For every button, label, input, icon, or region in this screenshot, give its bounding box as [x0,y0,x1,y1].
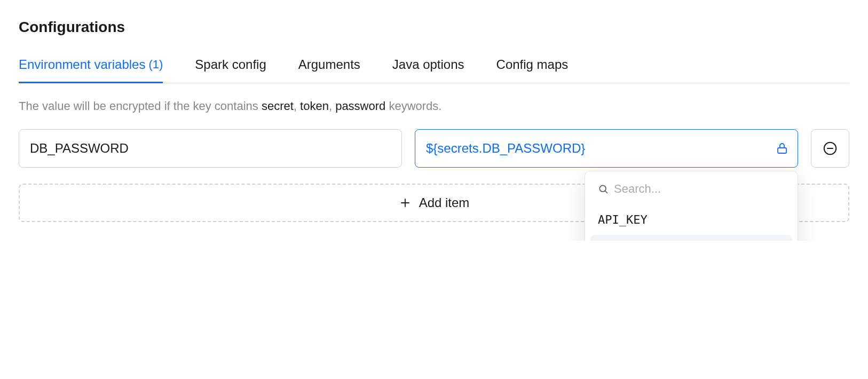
search-icon [598,184,609,194]
plus-icon [399,196,412,209]
tab-environment-variables[interactable]: Environment variables (1) [19,57,163,83]
svg-rect-0 [778,148,786,153]
secrets-dropdown: API_KEY DB_PASSWORD dummy_secret [585,171,798,241]
lock-icon [776,142,788,155]
page-title: Configurations [19,19,849,36]
value-input-wrap: API_KEY DB_PASSWORD dummy_secret [415,129,798,168]
helper-text: The value will be encrypted if the key c… [19,99,849,113]
tab-config-maps[interactable]: Config maps [496,57,569,83]
env-value-input[interactable] [415,129,798,168]
dropdown-search [590,177,792,201]
minus-circle-icon [822,140,838,156]
tab-label: Arguments [298,57,360,72]
tab-java-options[interactable]: Java options [392,57,464,83]
tab-label: Java options [392,57,464,72]
tab-spark-config[interactable]: Spark config [195,57,266,83]
key-input-wrap [19,129,402,168]
tab-count: (1) [148,58,163,72]
tabs: Environment variables (1) Spark config A… [19,57,849,83]
dropdown-item-api-key[interactable]: API_KEY [590,204,792,235]
dropdown-item-db-password[interactable]: DB_PASSWORD [590,235,792,241]
dropdown-search-input[interactable] [614,182,785,196]
tab-label: Environment variables [19,57,145,72]
env-var-row: API_KEY DB_PASSWORD dummy_secret [19,129,849,168]
tab-label: Config maps [496,57,569,72]
svg-line-2 [605,191,607,193]
tab-label: Spark config [195,57,266,72]
tab-arguments[interactable]: Arguments [298,57,360,83]
remove-row-button[interactable] [811,129,849,168]
env-key-input[interactable] [19,129,402,168]
add-item-label: Add item [419,195,470,210]
